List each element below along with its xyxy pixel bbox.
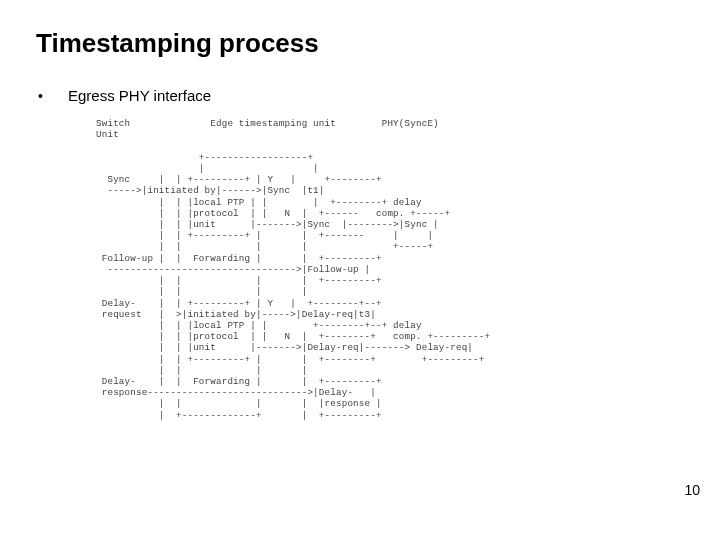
subtitle: Egress PHY interface <box>68 87 211 104</box>
ascii-diagram: Switch Edge timestamping unit PHY(SyncE)… <box>96 118 684 421</box>
slide: Timestamping process • Egress PHY interf… <box>0 0 720 540</box>
bullet-marker: • <box>38 88 50 104</box>
page-title: Timestamping process <box>36 28 684 59</box>
bullet-row: • Egress PHY interface <box>38 87 684 104</box>
page-number: 10 <box>684 482 700 498</box>
